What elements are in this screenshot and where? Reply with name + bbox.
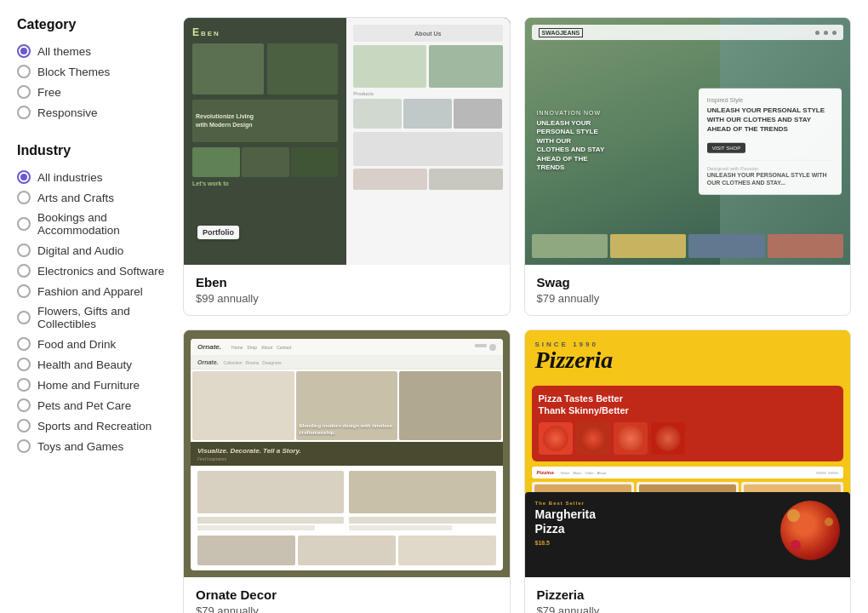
- eben-logo-text: Eben: [192, 26, 338, 38]
- industry-all[interactable]: All industries: [17, 167, 166, 187]
- swag-info: Swag $79 annually: [525, 265, 851, 315]
- category-free[interactable]: Free: [17, 82, 166, 102]
- industry-bookings[interactable]: Bookings and Accommodation: [17, 208, 166, 240]
- ornate-name: Ornate Decor: [196, 587, 498, 602]
- radio-all-themes: [17, 44, 31, 58]
- ornate-price: $79 annually: [196, 604, 498, 613]
- theme-card-eben[interactable]: Eben Revolutionize Livingwith Modern Des…: [183, 17, 511, 316]
- eben-portfolio-label: Portfolio: [197, 226, 239, 239]
- theme-card-ornate[interactable]: Ornate. Home Shop About Contact: [183, 329, 511, 613]
- radio-fashion: [17, 284, 31, 298]
- theme-preview-pizzeria: SINCE 1990 Pizzeria Pizza Tastes BetterT…: [525, 330, 851, 577]
- pizzeria-mockup: SINCE 1990 Pizzeria Pizza Tastes BetterT…: [525, 330, 851, 577]
- theme-preview-swag: SWAGJEANS Inspired Style UNLEASH YOUR PE…: [525, 18, 851, 265]
- ornate-screen: Ornate. Home Shop About Contact: [191, 339, 503, 570]
- radio-flowers: [17, 311, 31, 324]
- radio-digital: [17, 243, 31, 257]
- theme-card-swag[interactable]: SWAGJEANS Inspired Style UNLEASH YOUR PE…: [524, 17, 852, 316]
- page-layout: Category All themes Block Themes Free Re…: [0, 0, 868, 613]
- radio-electronics: [17, 264, 31, 278]
- pizzeria-name: Pizzeria: [537, 587, 839, 602]
- radio-toys: [17, 439, 31, 453]
- eben-mockup: Eben Revolutionize Livingwith Modern Des…: [184, 18, 510, 265]
- category-all-themes[interactable]: All themes: [17, 41, 166, 61]
- radio-all-industries: [17, 170, 31, 184]
- industry-health[interactable]: Health and Beauty: [17, 354, 166, 375]
- industry-digital[interactable]: Digital and Audio: [17, 240, 166, 261]
- pizzeria-info: Pizzeria $79 annually: [525, 577, 851, 613]
- swag-mockup: SWAGJEANS Inspired Style UNLEASH YOUR PE…: [525, 18, 851, 265]
- industry-toys[interactable]: Toys and Games: [17, 436, 166, 456]
- industry-food[interactable]: Food and Drink: [17, 334, 166, 354]
- radio-food: [17, 337, 31, 351]
- radio-sports: [17, 419, 31, 433]
- industry-section: Industry All industries Arts and Crafts …: [17, 143, 166, 456]
- theme-card-pizzeria[interactable]: SINCE 1990 Pizzeria Pizza Tastes BetterT…: [524, 329, 852, 613]
- pizzeria-red-section: Pizza Tastes BetterThank Skinny/Better: [532, 386, 844, 461]
- themes-grid: Eben Revolutionize Livingwith Modern Des…: [183, 17, 851, 613]
- radio-bookings: [17, 217, 31, 231]
- pizzeria-dark-section: The Best Seller MargheritaPizza $18.5: [525, 492, 851, 577]
- ornate-info: Ornate Decor $79 annually: [184, 577, 510, 613]
- theme-preview-ornate: Ornate. Home Shop About Contact: [184, 330, 510, 577]
- sidebar: Category All themes Block Themes Free Re…: [17, 17, 166, 613]
- eben-name: Eben: [196, 275, 498, 289]
- pizzeria-price: $79 annually: [537, 604, 839, 613]
- radio-free: [17, 85, 31, 99]
- pizzeria-nav: Pizzina Home Menu Order About: [532, 467, 844, 478]
- radio-health: [17, 358, 31, 371]
- industry-title: Industry: [17, 143, 166, 158]
- themes-grid-container: Eben Revolutionize Livingwith Modern Des…: [183, 17, 851, 613]
- industry-home[interactable]: Home and Furniture: [17, 375, 166, 395]
- theme-preview-eben: Eben Revolutionize Livingwith Modern Des…: [184, 18, 510, 265]
- eben-price: $99 annually: [196, 292, 498, 305]
- radio-arts: [17, 191, 31, 204]
- swag-navbar: SWAGJEANS: [532, 25, 844, 40]
- radio-home: [17, 378, 31, 392]
- swag-price: $79 annually: [537, 292, 839, 305]
- ornate-mockup: Ornate. Home Shop About Contact: [184, 330, 510, 577]
- radio-block-themes: [17, 65, 31, 78]
- industry-fashion[interactable]: Fashion and Apparel: [17, 281, 166, 301]
- swag-hero-text: INNOVATION NOW UNLEASH YOUR PERSONAL STY…: [537, 110, 605, 172]
- swag-bottom-strip: [532, 234, 844, 258]
- industry-flowers[interactable]: Flowers, Gifts and Collectibles: [17, 301, 166, 334]
- radio-responsive: [17, 106, 31, 119]
- industry-arts[interactable]: Arts and Crafts: [17, 187, 166, 208]
- category-section: Category All themes Block Themes Free Re…: [17, 17, 166, 123]
- category-title: Category: [17, 17, 166, 32]
- industry-electronics[interactable]: Electronics and Software: [17, 261, 166, 281]
- swag-card: Inspired Style UNLEASH YOUR PERSONAL STY…: [699, 89, 842, 195]
- category-responsive[interactable]: Responsive: [17, 102, 166, 123]
- radio-pets: [17, 398, 31, 412]
- eben-info: Eben $99 annually: [184, 265, 510, 315]
- category-block-themes[interactable]: Block Themes: [17, 61, 166, 82]
- swag-name: Swag: [537, 275, 839, 289]
- industry-sports[interactable]: Sports and Recreation: [17, 415, 166, 436]
- industry-pets[interactable]: Pets and Pet Care: [17, 395, 166, 415]
